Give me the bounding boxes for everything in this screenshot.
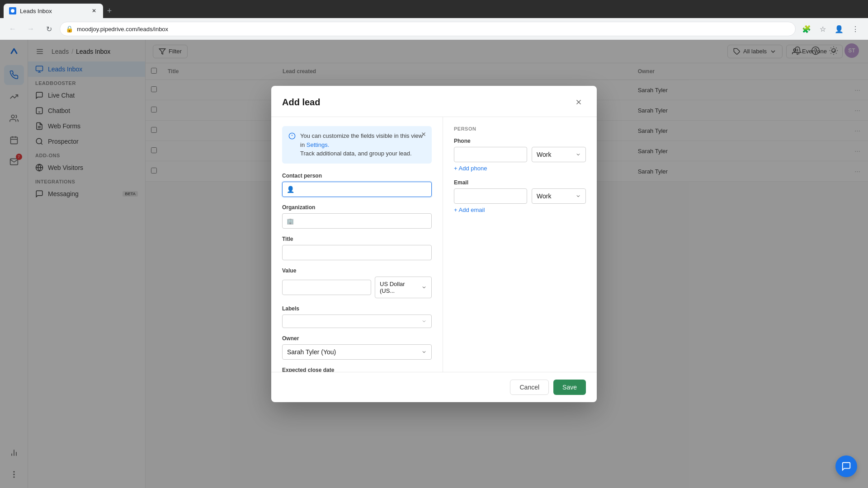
new-tab-button[interactable]: + — [103, 5, 116, 17]
owner-label: Owner — [282, 335, 432, 342]
phone-row: Work — [454, 147, 586, 162]
save-button[interactable]: Save — [553, 380, 586, 395]
add-phone-link[interactable]: + Add phone — [454, 165, 487, 172]
add-email-text: + Add email — [454, 206, 485, 213]
organization-input[interactable] — [282, 213, 432, 229]
organization-label: Organization — [282, 204, 432, 211]
modal-title: Add lead — [282, 97, 320, 108]
info-banner-close-button[interactable] — [419, 130, 428, 139]
organization-group: Organization 🏢 — [282, 204, 432, 229]
value-label: Value — [282, 267, 432, 274]
phone-type-text: Work — [537, 151, 551, 158]
reload-button[interactable]: ↻ — [42, 22, 56, 36]
info-banner: You can customize the fields visible in … — [282, 126, 432, 164]
info-banner-sub-text: Track additional data, and group your le… — [300, 150, 412, 157]
contact-person-label: Contact person — [282, 173, 432, 179]
expected-close-label: Expected close date — [282, 367, 432, 372]
labels-group: Labels — [282, 305, 432, 328]
lock-icon: 🔒 — [66, 25, 73, 33]
tab-favicon — [9, 7, 16, 14]
tab-close-button[interactable]: ✕ — [90, 7, 98, 14]
email-input[interactable] — [454, 188, 527, 204]
modal-left-panel: You can customize the fields visible in … — [271, 117, 443, 372]
person-section-label: PERSON — [454, 126, 586, 131]
value-row: US Dollar (US... — [282, 277, 432, 298]
email-type-select[interactable]: Work — [532, 188, 586, 204]
extensions-button[interactable]: 🧩 — [799, 22, 814, 36]
profile-button[interactable]: 👤 — [832, 22, 846, 36]
info-banner-text: You can customize the fields visible in … — [300, 131, 425, 158]
browser-chrome: Leads Inbox ✕ + ← → ↻ 🔒 moodjoy.pipedriv… — [0, 0, 868, 40]
title-input[interactable] — [282, 245, 432, 260]
currency-text: US Dollar (US... — [380, 281, 421, 294]
modal-footer: Cancel Save — [271, 372, 597, 402]
expected-close-group: Expected close date — [282, 367, 432, 372]
email-type-text: Work — [537, 192, 551, 200]
url-text: moodjoy.pipedrive.com/leads/inbox — [77, 26, 168, 33]
org-icon: 🏢 — [287, 217, 294, 224]
browser-actions: 🧩 ☆ 👤 ⋮ — [799, 22, 863, 36]
owner-text: Sarah Tyler (You) — [287, 348, 336, 356]
person-icon: 👤 — [287, 186, 294, 193]
tab-title: Leads Inbox — [20, 8, 52, 14]
more-button[interactable]: ⋮ — [848, 22, 863, 36]
contact-person-input[interactable] — [282, 182, 432, 197]
cancel-button[interactable]: Cancel — [510, 380, 549, 395]
currency-select[interactable]: US Dollar (US... — [375, 277, 432, 298]
labels-select[interactable] — [282, 314, 432, 328]
email-row: Work — [454, 188, 586, 204]
info-icon — [288, 132, 296, 141]
contact-person-group: Contact person 👤 — [282, 173, 432, 197]
email-label: Email — [454, 179, 586, 186]
modal-right-panel: PERSON Phone Work + Add phone Email — [443, 117, 597, 372]
active-tab[interactable]: Leads Inbox ✕ — [4, 4, 103, 18]
value-input[interactable] — [282, 280, 371, 295]
organization-input-wrapper: 🏢 — [282, 213, 432, 229]
address-bar[interactable]: 🔒 moodjoy.pipedrive.com/leads/inbox — [60, 22, 796, 36]
add-lead-modal: Add lead You can customize the fields vi… — [271, 86, 597, 402]
email-group: Email Work + Add email — [454, 179, 586, 214]
settings-link[interactable]: Settings. — [307, 141, 330, 148]
labels-label: Labels — [282, 305, 432, 312]
phone-group: Phone Work + Add phone — [454, 138, 586, 172]
browser-toolbar: ← → ↻ 🔒 moodjoy.pipedrive.com/leads/inbo… — [0, 18, 868, 40]
modal-close-button[interactable] — [571, 95, 586, 109]
add-phone-text: + Add phone — [454, 165, 487, 172]
phone-label: Phone — [454, 138, 586, 144]
bookmark-button[interactable]: ☆ — [816, 22, 830, 36]
contact-person-input-wrapper: 👤 — [282, 182, 432, 197]
owner-group: Owner Sarah Tyler (You) — [282, 335, 432, 360]
phone-type-select[interactable]: Work — [532, 147, 586, 162]
title-label: Title — [282, 236, 432, 242]
chat-bubble-button[interactable] — [835, 455, 857, 477]
value-group: Value US Dollar (US... — [282, 267, 432, 298]
owner-select[interactable]: Sarah Tyler (You) — [282, 344, 432, 360]
browser-tabs: Leads Inbox ✕ + — [0, 0, 868, 18]
back-button[interactable]: ← — [5, 22, 20, 36]
modal-header: Add lead — [271, 86, 597, 117]
phone-input[interactable] — [454, 147, 527, 162]
add-email-link[interactable]: + Add email — [454, 206, 485, 213]
modal-body: You can customize the fields visible in … — [271, 117, 597, 372]
title-group: Title — [282, 236, 432, 260]
forward-button[interactable]: → — [24, 22, 38, 36]
